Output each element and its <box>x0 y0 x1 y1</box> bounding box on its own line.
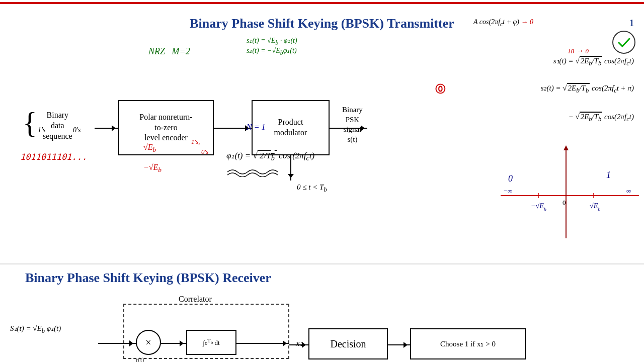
receiver-title: Binary Phase Shift Keying (BPSK) Receive… <box>25 270 271 286</box>
coordinate-axes: −√Eb √Eb −∞ ∞ 0 0 1 <box>498 145 639 246</box>
transmitter-title: Binary Phase Shift Keying (BPSK) Transmi… <box>190 16 454 31</box>
arrow-decision-to-choose <box>388 344 410 345</box>
block-diagram: { Binarydatasequence Polar nonreturn-to-… <box>10 52 423 193</box>
binary-sequence: 1011011101... <box>20 152 87 162</box>
ones-near-encoder: 1's, <box>191 138 200 146</box>
nrz-annotation: NRZ M=2 <box>148 46 190 57</box>
svg-point-1 <box>615 33 633 51</box>
svg-text:−√Eb: −√Eb <box>531 202 546 212</box>
svg-text:1: 1 <box>606 170 611 180</box>
binary-data-text: Binarydatasequence <box>43 110 72 141</box>
modulator-label: Productmodulator <box>274 117 307 138</box>
svg-text:∞: ∞ <box>626 187 631 195</box>
s1-phi-annotation: s₁(t) = √Eb · φ₁(t) <box>247 36 297 46</box>
encoder-label: Polar nonreturn-to-zerolevel encoder <box>139 112 192 143</box>
integral-label: ∫₀Tb dt <box>203 337 219 347</box>
svg-marker-5 <box>564 145 569 150</box>
top-right-one: 1 <box>629 18 634 29</box>
arrow-integral-to-x1 <box>236 343 289 344</box>
svg-text:0: 0 <box>508 173 513 184</box>
choose-box: Choose 1 if x₁ > 0 <box>410 328 526 359</box>
encoder-box: Polar nonreturn-to-zerolevel encoder <box>118 100 214 155</box>
section-divider <box>0 263 644 264</box>
zeros-near-encoder: 0's <box>201 148 208 156</box>
arrow-s1-to-mult <box>98 343 136 344</box>
s2-phi-annotation: s₂(t) = −√Ebφ₁(t) <box>247 46 297 56</box>
wavy-lines <box>227 168 288 177</box>
phi-equation: φ₁(t) = √ 2/Tb cos (2πfct) <box>226 150 314 162</box>
svg-text:√Eb: √Eb <box>590 202 600 212</box>
marker-icon <box>611 30 636 55</box>
main-content: Binary Phase Shift Keying (BPSK) Transmi… <box>0 2 644 362</box>
correlator-label: Correlator <box>179 295 212 304</box>
s1-eq-right: s₁(t) = √2Eb/Tb cos(2πfct) <box>553 56 634 67</box>
decision-label: Decision <box>330 338 366 350</box>
integral-box: ∫₀Tb dt <box>186 330 236 355</box>
neg-sqrt-eq-right: − √2Eb/Tb cos(2πfct) <box>569 113 634 123</box>
top-border <box>0 2 644 4</box>
red-circle-0: ⓪ <box>435 82 445 96</box>
red-18-arrow: 18 → 0 <box>568 46 589 55</box>
n1-annotation: N = 1 <box>247 123 265 132</box>
marker-svg <box>611 30 636 55</box>
arrow-encoder-to-modulator <box>214 128 252 129</box>
ones-label: 1's <box>38 126 45 134</box>
top-right-eq: A cos(2πfct + φ) → 0 <box>473 18 533 28</box>
arrow-data-to-encoder <box>95 128 118 129</box>
arrow-mult-to-integral <box>161 343 186 344</box>
svg-text:−∞: −∞ <box>503 187 512 195</box>
multiplier-symbol: × <box>145 337 151 348</box>
bottom-partial: r(t) <box>136 356 144 362</box>
binary-data-label: { Binarydatasequence <box>23 108 37 138</box>
range-annotation: 0 ≤ t < Tb <box>297 183 327 194</box>
sqrt-eb-annotation: √Eb <box>143 143 156 154</box>
s2-eq-right: s₂(t) = √2Eb/Tb cos(2πfct + π) <box>541 83 634 95</box>
zeros-label: 0's <box>73 126 80 134</box>
decision-box: Decision <box>308 328 388 359</box>
curly-brace-icon: { <box>23 106 37 139</box>
multiplier-circle: × <box>136 330 161 355</box>
arrow-to-decision <box>289 344 308 345</box>
choose-label: Choose 1 if x₁ > 0 <box>440 339 496 348</box>
receiver-s1-eq: S₁(t) = √Eb φ₁(t) <box>10 324 61 335</box>
svg-text:0: 0 <box>562 199 566 206</box>
neg-sqrt-eb-annotation: −√Eb <box>143 163 162 174</box>
psk-signal-label: BinaryPSKsignals(t) <box>342 105 363 144</box>
